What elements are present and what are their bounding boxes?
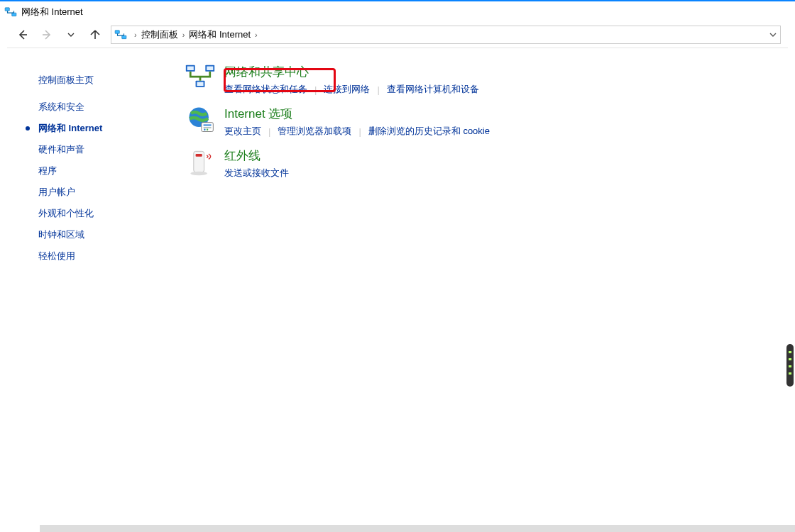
svg-point-14 bbox=[204, 129, 205, 131]
infrared-icon bbox=[185, 146, 216, 177]
sidebar-item-ease-of-access[interactable]: 轻松使用 bbox=[21, 245, 170, 267]
sidebar-item-network-internet[interactable]: 网络和 Internet bbox=[21, 118, 170, 139]
svg-rect-7 bbox=[207, 67, 213, 71]
forward-button[interactable] bbox=[38, 26, 55, 43]
link-send-receive-files[interactable]: 发送或接收文件 bbox=[224, 167, 289, 179]
sidebar-item-label: 外观和个性化 bbox=[38, 207, 94, 220]
sidebar-item-appearance[interactable]: 外观和个性化 bbox=[21, 203, 170, 224]
svg-rect-0 bbox=[5, 7, 9, 11]
sidebar-item-label: 程序 bbox=[38, 165, 57, 177]
sidebar-item-programs[interactable]: 程序 bbox=[21, 160, 170, 182]
svg-point-18 bbox=[190, 172, 207, 176]
sidebar-item-control-panel-home[interactable]: 控制面板主页 bbox=[21, 70, 170, 91]
breadcrumb-network-internet[interactable]: 网络和 Internet bbox=[189, 28, 251, 41]
category-infrared: 红外线 发送或接收文件 bbox=[185, 146, 781, 179]
sidebar-item-label: 轻松使用 bbox=[38, 250, 75, 262]
sidebar: 控制面板主页 系统和安全 网络和 Internet 硬件和声音 程序 用户帐户 … bbox=[7, 48, 170, 518]
svg-rect-17 bbox=[196, 154, 202, 157]
category-title-infrared[interactable]: 红外线 bbox=[224, 148, 261, 164]
content-area: 控制面板主页 系统和安全 网络和 Internet 硬件和声音 程序 用户帐户 … bbox=[7, 48, 788, 518]
sidebar-item-label: 网络和 Internet bbox=[38, 122, 102, 135]
sidebar-item-label: 控制面板主页 bbox=[38, 74, 94, 87]
svg-rect-1 bbox=[12, 13, 16, 16]
network-icon bbox=[4, 6, 17, 18]
category-network-sharing: 网络和共享中心 查看网络状态和任务 | 连接到网络 | 查看网络计算机和设备 bbox=[185, 62, 781, 96]
sidebar-item-hardware-sound[interactable]: 硬件和声音 bbox=[21, 139, 170, 160]
back-button[interactable] bbox=[14, 26, 31, 43]
sidebar-item-label: 系统和安全 bbox=[38, 101, 84, 113]
link-view-network-status[interactable]: 查看网络状态和任务 bbox=[224, 83, 307, 96]
sidebar-item-label: 时钟和区域 bbox=[38, 228, 84, 241]
address-dropdown-button[interactable] bbox=[766, 26, 780, 43]
sidebar-item-user-accounts[interactable]: 用户帐户 bbox=[21, 182, 170, 203]
category-title-network-sharing[interactable]: 网络和共享中心 bbox=[224, 64, 309, 80]
main-panel: 网络和共享中心 查看网络状态和任务 | 连接到网络 | 查看网络计算机和设备 bbox=[170, 48, 788, 518]
recent-locations-button[interactable] bbox=[62, 26, 80, 43]
link-manage-addons[interactable]: 管理浏览器加载项 bbox=[278, 125, 351, 138]
internet-options-icon bbox=[185, 104, 216, 135]
svg-rect-5 bbox=[187, 67, 194, 71]
network-sharing-icon bbox=[185, 62, 216, 94]
sidebar-item-label: 用户帐户 bbox=[38, 186, 75, 199]
link-change-homepage[interactable]: 更改主页 bbox=[224, 125, 261, 138]
breadcrumb-separator-icon[interactable]: › bbox=[130, 31, 141, 39]
svg-rect-3 bbox=[122, 35, 126, 39]
category-title-internet-options[interactable]: Internet 选项 bbox=[224, 106, 292, 122]
category-internet-options: Internet 选项 更改主页 | 管理浏览器加载项 | 删除浏览的历史记录和… bbox=[185, 104, 781, 138]
sidebar-item-system-security[interactable]: 系统和安全 bbox=[21, 96, 170, 118]
up-button[interactable] bbox=[87, 26, 104, 43]
link-connect-network[interactable]: 连接到网络 bbox=[324, 83, 370, 96]
navigation-bar: › 控制面板 › 网络和 Internet › bbox=[0, 22, 795, 48]
link-delete-history-cookies[interactable]: 删除浏览的历史记录和 cookie bbox=[368, 125, 490, 138]
sidebar-item-label: 硬件和声音 bbox=[38, 143, 84, 156]
title-bar: 网络和 Internet bbox=[0, 1, 795, 22]
svg-rect-2 bbox=[115, 31, 119, 34]
breadcrumb-separator-icon[interactable]: › bbox=[251, 31, 262, 39]
svg-point-15 bbox=[207, 129, 208, 131]
link-view-computers-devices[interactable]: 查看网络计算机和设备 bbox=[387, 83, 479, 96]
sidebar-item-clock-region[interactable]: 时钟和区域 bbox=[21, 224, 170, 245]
breadcrumb-separator-icon[interactable]: › bbox=[178, 31, 190, 39]
breadcrumb-control-panel[interactable]: 控制面板 bbox=[141, 28, 178, 41]
right-edge-indicator bbox=[786, 344, 794, 387]
bottom-shadow bbox=[40, 525, 795, 532]
svg-rect-9 bbox=[197, 82, 203, 87]
window-title: 网络和 Internet bbox=[21, 6, 83, 18]
address-bar[interactable]: › 控制面板 › 网络和 Internet › bbox=[111, 26, 781, 44]
network-icon bbox=[113, 27, 128, 43]
